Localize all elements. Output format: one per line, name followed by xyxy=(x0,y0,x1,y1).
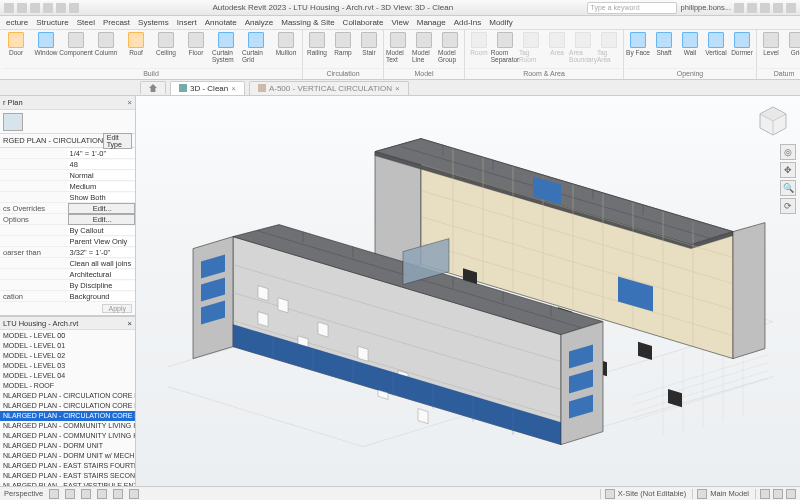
property-edit-button[interactable]: Edit... xyxy=(68,214,136,225)
column-button[interactable]: Column xyxy=(92,31,120,68)
browser-item[interactable]: MODEL - LEVEL 01 xyxy=(0,341,135,351)
edit-type-button[interactable]: Edit Type xyxy=(103,133,132,149)
ramp-button[interactable]: Ramp xyxy=(331,31,355,68)
save-icon[interactable] xyxy=(30,3,40,13)
apply-button[interactable]: Apply xyxy=(102,304,132,313)
area-button[interactable]: Area xyxy=(545,31,569,68)
open-icon[interactable] xyxy=(17,3,27,13)
type-selector[interactable] xyxy=(0,110,135,134)
browser-item[interactable]: MODEL - LEVEL 00 xyxy=(0,331,135,341)
minimize-icon[interactable] xyxy=(760,3,770,13)
project-browser[interactable]: MODEL - LEVEL 00MODEL - LEVEL 01MODEL - … xyxy=(0,330,135,486)
room-button[interactable]: Room xyxy=(467,31,491,68)
browser-item[interactable]: NLARGED PLAN - EAST STAIRS FOURTH FLOOR xyxy=(0,461,135,471)
stair-button[interactable]: Stair xyxy=(357,31,381,68)
type-name[interactable]: RGED PLAN - CIRCULATION CORE SE xyxy=(3,136,103,145)
tab-massing[interactable]: Massing & Site xyxy=(281,18,334,27)
tab-analyze[interactable]: Analyze xyxy=(245,18,273,27)
steering-wheel-icon[interactable]: ◎ xyxy=(780,144,796,160)
workset-segment[interactable]: X-Site (Not Editable) xyxy=(600,489,686,499)
revit-logo-icon[interactable] xyxy=(4,3,14,13)
curtain-system-button[interactable]: Curtain System xyxy=(212,31,240,68)
model-segment[interactable]: Main Model xyxy=(692,489,749,499)
print-icon[interactable] xyxy=(69,3,79,13)
browser-item[interactable]: MODEL - LEVEL 03 xyxy=(0,361,135,371)
favorite-icon[interactable] xyxy=(734,3,744,13)
select-pinned-icon[interactable] xyxy=(773,489,783,499)
model-group-button[interactable]: Model Group xyxy=(438,31,462,68)
zoom-icon[interactable]: 🔍 xyxy=(780,180,796,196)
pan-icon[interactable]: ✥ xyxy=(780,162,796,178)
help-icon[interactable] xyxy=(747,3,757,13)
window-button[interactable]: Window xyxy=(32,31,60,68)
property-value[interactable]: By Callout xyxy=(68,226,136,235)
property-value[interactable]: Architectural xyxy=(68,270,136,279)
vertical-button[interactable]: Vertical xyxy=(704,31,728,68)
byface-button[interactable]: By Face xyxy=(626,31,650,68)
select-links-icon[interactable] xyxy=(760,489,770,499)
wall-open-button[interactable]: Wall xyxy=(678,31,702,68)
tab-manage[interactable]: Manage xyxy=(417,18,446,27)
component-button[interactable]: Component xyxy=(62,31,90,68)
browser-item[interactable]: NLARGED PLAN - CIRCULATION CORE SECOND/T… xyxy=(0,411,135,421)
property-value[interactable]: Clean all wall joins xyxy=(68,259,136,268)
mullion-button[interactable]: Mullion xyxy=(272,31,300,68)
grid-button[interactable]: Grid xyxy=(785,31,800,68)
property-value[interactable]: 3/32" = 1'-0" xyxy=(68,248,136,257)
close-tab-icon[interactable]: × xyxy=(395,84,400,93)
area-bdy-button[interactable]: Area Boundary xyxy=(571,31,595,68)
view-tab-3d[interactable]: 3D - Clean× xyxy=(170,81,245,95)
property-value[interactable]: Background xyxy=(68,292,136,301)
shaft-button[interactable]: Shaft xyxy=(652,31,676,68)
tab-modify[interactable]: Modify xyxy=(489,18,513,27)
model-text-button[interactable]: Model Text xyxy=(386,31,410,68)
property-value[interactable]: 48 xyxy=(68,160,136,169)
browser-item[interactable]: NLARGED PLAN - CIRCULATION CORE FIRST FL… xyxy=(0,391,135,401)
browser-item[interactable]: MODEL - ROOF xyxy=(0,381,135,391)
close-icon[interactable] xyxy=(786,3,796,13)
level-button[interactable]: Level xyxy=(759,31,783,68)
tab-annotate[interactable]: Annotate xyxy=(205,18,237,27)
tab-collaborate[interactable]: Collaborate xyxy=(343,18,384,27)
close-tab-icon[interactable]: × xyxy=(231,84,236,93)
user-menu[interactable]: philippe.bons... xyxy=(681,3,731,12)
reveal-icon[interactable] xyxy=(129,489,139,499)
filter-icon[interactable] xyxy=(786,489,796,499)
crop-icon[interactable] xyxy=(97,489,107,499)
browser-item[interactable]: MODEL - LEVEL 04 xyxy=(0,371,135,381)
tab-architecture[interactable]: ecture xyxy=(6,18,28,27)
property-value[interactable]: Show Both xyxy=(68,193,136,202)
sun-path-icon[interactable] xyxy=(65,489,75,499)
tab-systems[interactable]: Systems xyxy=(138,18,169,27)
tab-view[interactable]: View xyxy=(392,18,409,27)
3d-viewport[interactable]: ◎ ✥ 🔍 ⟳ xyxy=(136,96,800,486)
railing-button[interactable]: Railing xyxy=(305,31,329,68)
browser-item[interactable]: NLARGED PLAN - DORM UNIT w/ MECH CLOSET xyxy=(0,451,135,461)
property-value[interactable]: 1/4" = 1'-0" xyxy=(68,149,136,158)
browser-item[interactable]: NLARGED PLAN - COMMUNITY LIVING ISLAND xyxy=(0,421,135,431)
viewcube[interactable] xyxy=(756,104,790,138)
status-scale[interactable]: Perspective xyxy=(4,489,43,498)
close-browser-icon[interactable]: × xyxy=(128,319,132,328)
undo-icon[interactable] xyxy=(43,3,53,13)
property-value[interactable]: Medium xyxy=(68,182,136,191)
curtain-grid-button[interactable]: Curtain Grid xyxy=(242,31,270,68)
tab-steel[interactable]: Steel xyxy=(77,18,95,27)
maximize-icon[interactable] xyxy=(773,3,783,13)
property-value[interactable]: Normal xyxy=(68,171,136,180)
property-value[interactable]: By Discipline xyxy=(68,281,136,290)
redo-icon[interactable] xyxy=(56,3,66,13)
floor-button[interactable]: Floor xyxy=(182,31,210,68)
browser-item[interactable]: NLARGED PLAN - CIRCULATION CORE FOURTH F… xyxy=(0,401,135,411)
door-button[interactable]: Door xyxy=(2,31,30,68)
tab-structure[interactable]: Structure xyxy=(36,18,68,27)
hide-isolate-icon[interactable] xyxy=(113,489,123,499)
browser-item[interactable]: NLARGED PLAN - DORM UNIT xyxy=(0,441,135,451)
dormer-button[interactable]: Dormer xyxy=(730,31,754,68)
tab-addins[interactable]: Add-Ins xyxy=(454,18,482,27)
view-tab-home[interactable] xyxy=(140,81,166,94)
property-edit-button[interactable]: Edit... xyxy=(68,203,136,214)
help-search[interactable]: Type a keyword xyxy=(587,2,677,14)
tab-insert[interactable]: Insert xyxy=(177,18,197,27)
room-sep-button[interactable]: Room Separator xyxy=(493,31,517,68)
